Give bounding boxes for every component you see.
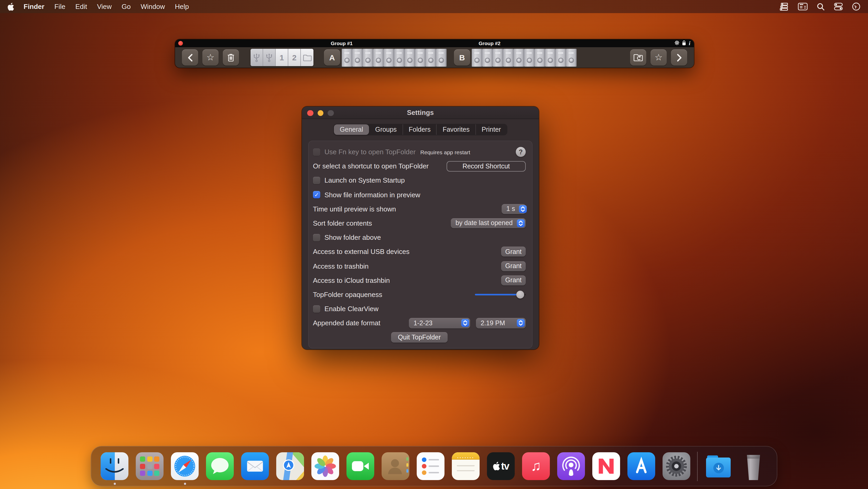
menu-item-edit[interactable]: Edit [75,3,87,10]
dock-item-launchpad[interactable] [136,452,163,480]
binder-button[interactable] [405,49,415,66]
forward-button[interactable] [671,49,687,65]
binder-button[interactable] [352,49,363,66]
time-format-select[interactable]: 2.19 PM [476,318,526,328]
launch-startup-checkbox[interactable] [313,177,320,184]
binder-button[interactable] [535,49,545,66]
binder-button[interactable] [472,49,482,66]
minimize-button[interactable] [317,110,323,116]
dock-item-messages[interactable] [206,452,234,480]
close-button[interactable] [307,110,313,116]
opaqueness-slider-knob[interactable] [516,291,524,298]
control-center-icon[interactable] [834,3,843,10]
dock-item-news[interactable] [592,452,620,480]
show-file-info-checkbox[interactable]: ✓ [313,191,320,198]
dock-item-maps[interactable] [276,452,304,480]
menu-item-file[interactable]: File [54,3,65,10]
menu-item-window[interactable]: Window [141,3,165,10]
quit-topfolder-button[interactable]: Quit TopFolder [391,332,447,343]
binder-button[interactable] [394,49,405,66]
trash-button[interactable] [223,49,239,65]
record-shortcut-button[interactable]: Record Shortcut [446,161,526,171]
binder-button[interactable] [482,49,493,66]
preview-time-select[interactable]: 1 s [502,204,526,214]
binder-button[interactable] [415,49,426,66]
dock-item-music[interactable]: ♫ [522,452,550,480]
group-b-button[interactable]: B [454,49,470,65]
dock-item-mail[interactable] [241,452,269,480]
folder-segment[interactable] [301,49,313,66]
binder-button[interactable] [363,49,373,66]
use-fn-key-checkbox[interactable] [313,148,320,155]
toolbar-titlebar: Group #1 Group #2 i [175,39,694,47]
grant-icloud-button[interactable]: Grant [501,275,526,285]
row-launch-startup: Launch on System Startup [313,175,526,186]
binder-button[interactable] [426,49,436,66]
binder-button[interactable] [524,49,535,66]
dock-item-tv[interactable]: tv [487,452,515,480]
dock-item-contacts[interactable] [381,452,409,480]
tab-groups[interactable]: Groups [369,124,403,135]
dock-item-notes[interactable] [452,452,479,480]
sort-folder-value: by date last opened [456,220,513,227]
back-button[interactable] [182,49,198,65]
folder-sync-button[interactable] [630,49,646,65]
binder-button[interactable] [436,49,446,66]
show-folder-above-checkbox[interactable] [313,234,320,241]
info-icon[interactable]: i [689,41,690,46]
dock-item-app-store[interactable] [627,452,655,480]
binder-button[interactable] [556,49,566,66]
binder-button[interactable] [493,49,503,66]
help-button[interactable]: ? [516,147,526,157]
clock-icon[interactable] [852,2,861,11]
binder-button[interactable] [384,49,394,66]
clearview-checkbox[interactable] [313,305,320,312]
menu-item-view[interactable]: View [97,3,112,10]
group1-title: Group #1 [331,40,352,46]
grant-usb-button[interactable]: Grant [501,247,526,257]
show-folder-above-label: Show folder above [324,233,381,241]
binder-button[interactable] [545,49,556,66]
binder-button[interactable] [514,49,524,66]
dock-item-reminders[interactable] [417,452,444,480]
binder-button[interactable] [342,49,352,66]
grant-trashbin-button[interactable]: Grant [501,261,526,271]
usb-segment[interactable] [263,49,276,66]
binder-button[interactable] [566,49,577,66]
menu-item-go[interactable]: Go [122,3,131,10]
tab-favorites[interactable]: Favorites [436,124,475,135]
dock-item-trash[interactable] [740,452,767,480]
dock-item-safari[interactable] [171,452,199,480]
apple-menu-icon[interactable] [7,2,14,11]
topfolder-stack-icon[interactable] [779,2,789,11]
dock-item-system-settings[interactable] [662,452,690,480]
dock-item-photos[interactable] [311,452,339,480]
favorite-star-button[interactable]: ☆ [202,49,219,65]
favorite-star-button[interactable]: ☆ [650,49,667,65]
binder-button[interactable] [503,49,514,66]
settings-window: Settings General Groups Folders Favorite… [302,107,539,349]
sort-folder-select[interactable]: by date last opened [451,218,526,228]
toolbar-close-button[interactable] [178,41,183,46]
binder-button[interactable] [373,49,384,66]
menu-item-help[interactable]: Help [175,3,189,10]
dock-item-podcasts[interactable] [557,452,585,480]
date-format-select[interactable]: 1-2-23 [409,318,470,328]
menu-item-finder[interactable]: Finder [24,3,44,10]
lock-icon[interactable] [682,40,686,47]
dock-item-downloads[interactable] [705,452,732,480]
segment-2[interactable]: 2 [288,49,301,66]
tab-general[interactable]: General [334,124,369,135]
dock-item-finder[interactable] [101,452,128,480]
dock-item-facetime[interactable] [346,452,374,480]
tab-printer[interactable]: Printer [475,124,507,135]
tab-folders[interactable]: Folders [403,124,436,135]
search-icon[interactable] [817,2,825,11]
restart-note: Requires app restart [421,148,470,155]
segment-1[interactable]: 1 [276,49,288,66]
gear-icon[interactable] [675,40,679,46]
keyboard-icon[interactable] [798,3,808,10]
usb-segment[interactable] [251,49,263,66]
group-a-button[interactable]: A [324,49,340,65]
opaqueness-slider[interactable] [475,290,526,299]
